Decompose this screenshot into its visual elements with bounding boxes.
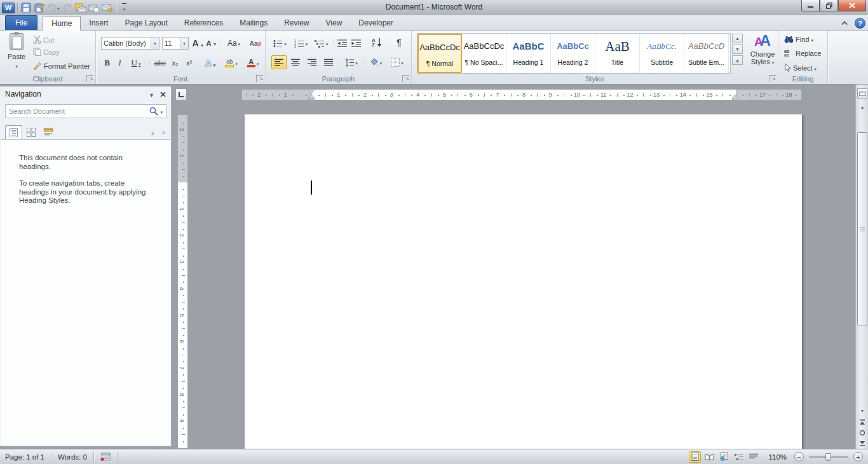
borders-dropdown-icon[interactable]	[401, 58, 403, 66]
line-spacing-dropdown-icon[interactable]	[355, 58, 358, 66]
zoom-level[interactable]: 110%	[767, 453, 788, 461]
bold-button[interactable]: B	[102, 56, 112, 70]
subscript-button[interactable]: x₂	[169, 56, 181, 70]
align-left-button[interactable]	[271, 55, 287, 69]
tab-insert[interactable]: Insert	[81, 16, 116, 30]
tab-stop-selector[interactable]	[175, 88, 187, 100]
format-painter-button[interactable]: Format Painter	[33, 62, 90, 70]
style-subtitle[interactable]: AaBbCc.Subtitle	[640, 34, 684, 73]
shading-dropdown-icon[interactable]	[380, 58, 383, 66]
view-ruler-toggle[interactable]	[857, 88, 867, 99]
tab-home[interactable]: Home	[43, 16, 81, 31]
multilevel-list-button[interactable]	[312, 36, 330, 50]
first-line-indent-marker[interactable]	[308, 90, 315, 93]
text-effects-button[interactable]: A	[201, 56, 219, 70]
font-color-button[interactable]: A	[243, 56, 262, 70]
superscript-button[interactable]: x²	[183, 56, 195, 70]
underline-button[interactable]: U	[127, 56, 145, 70]
highlight-dropdown-icon[interactable]	[235, 59, 238, 67]
minimize-button[interactable]	[801, 0, 820, 11]
line-spacing-button[interactable]	[342, 55, 360, 69]
tab-view[interactable]: View	[318, 16, 351, 30]
vertical-ruler[interactable]: 21123456789	[177, 114, 188, 449]
font-color-dropdown-icon[interactable]	[257, 59, 259, 67]
scroll-down-icon[interactable]	[857, 406, 867, 416]
browse-pages-tab[interactable]	[22, 125, 39, 139]
style-heading-1[interactable]: AaBbCHeading 1	[506, 34, 551, 73]
font-size-dropdown-icon[interactable]	[180, 38, 188, 49]
style-no-spaci[interactable]: AaBbCcDc¶ No Spaci...	[462, 34, 506, 73]
numbering-button[interactable]: 123	[292, 36, 310, 50]
full-screen-reading-view-button[interactable]	[703, 451, 715, 463]
right-indent-marker[interactable]	[732, 95, 738, 100]
close-button[interactable]	[838, 0, 866, 11]
zoom-slider-thumb[interactable]	[825, 453, 831, 461]
numbering-dropdown-icon[interactable]	[306, 39, 308, 47]
search-input[interactable]	[6, 107, 149, 115]
browse-headings-tab[interactable]	[5, 125, 22, 140]
change-styles-dropdown-icon[interactable]	[772, 58, 775, 65]
next-page-button[interactable]	[857, 437, 867, 447]
tab-file[interactable]: File	[5, 15, 37, 30]
font-name-select[interactable]: Calibri (Body)	[101, 37, 159, 50]
decrease-indent-button[interactable]	[336, 36, 348, 50]
replace-button[interactable]: abac Replace	[784, 50, 821, 57]
shading-button[interactable]	[366, 55, 385, 69]
help-icon[interactable]: ?	[855, 18, 865, 29]
select-button[interactable]: Select	[784, 64, 817, 72]
style-normal[interactable]: AaBbCcDc¶ Normal	[417, 34, 462, 73]
borders-button[interactable]	[388, 55, 407, 69]
outline-view-button[interactable]	[733, 451, 745, 463]
paste-dropdown-icon[interactable]	[4, 62, 29, 69]
navigation-close-icon[interactable]	[160, 92, 166, 97]
multilevel-dropdown-icon[interactable]	[326, 39, 329, 47]
gallery-scroll-up-icon[interactable]	[732, 34, 743, 43]
paste-button[interactable]: Paste	[4, 33, 29, 74]
browse-results-tab[interactable]	[39, 125, 57, 139]
scrollbar-thumb[interactable]	[857, 132, 867, 325]
cut-button[interactable]: Cut	[33, 36, 54, 44]
strikethrough-button[interactable]: abe	[153, 56, 168, 70]
gallery-more-icon[interactable]	[732, 55, 743, 65]
style-title[interactable]: AaBTitle	[595, 34, 640, 73]
tab-mailings[interactable]: Mailings	[231, 16, 276, 30]
copy-button[interactable]: Copy	[33, 48, 60, 56]
zoom-in-button[interactable]: +	[853, 452, 863, 461]
align-center-button[interactable]	[288, 55, 303, 69]
sort-button[interactable]: AZ	[369, 36, 385, 50]
gallery-scroll-down-icon[interactable]	[732, 44, 743, 54]
search-options-dropdown-icon[interactable]	[160, 107, 163, 115]
print-layout-view-button[interactable]	[689, 451, 701, 463]
clear-formatting-button[interactable]: Aa	[247, 36, 264, 50]
bullets-button[interactable]	[271, 36, 288, 50]
styles-dialog-launcher-icon[interactable]: ↘	[769, 75, 776, 82]
shrink-font-button[interactable]: A	[205, 36, 218, 50]
font-dialog-launcher-icon[interactable]: ↘	[256, 75, 263, 82]
page-count[interactable]: Page: 1 of 1	[4, 453, 46, 461]
grow-font-button[interactable]: A	[191, 36, 205, 50]
highlight-button[interactable]: ab	[222, 56, 241, 70]
increase-indent-button[interactable]	[350, 36, 362, 50]
next-heading-icon[interactable]	[161, 127, 166, 136]
change-case-button[interactable]: Aa	[224, 36, 243, 50]
horizontal-ruler[interactable]: 211234567891011121314151718	[241, 89, 802, 100]
style-subtle-em[interactable]: AaBbCcDSubtle Em...	[684, 34, 729, 73]
document-page[interactable]	[245, 114, 802, 449]
underline-dropdown-icon[interactable]	[139, 58, 141, 68]
find-button[interactable]: Find	[784, 36, 813, 43]
bullets-dropdown-icon[interactable]	[284, 39, 287, 47]
navigation-options-dropdown-icon[interactable]	[149, 88, 154, 100]
tab-developer[interactable]: Developer	[350, 16, 402, 30]
style-heading-2[interactable]: AaBbCcHeading 2	[551, 34, 595, 73]
previous-page-button[interactable]	[857, 418, 867, 428]
previous-heading-icon[interactable]	[150, 127, 155, 136]
clipboard-dialog-launcher-icon[interactable]: ↘	[86, 75, 93, 82]
select-dropdown-icon[interactable]	[815, 64, 817, 72]
select-browse-object-button[interactable]	[857, 428, 867, 438]
change-styles-button[interactable]: AA ChangeStyles	[748, 32, 777, 74]
tab-review[interactable]: Review	[276, 16, 317, 30]
show-hide-pilcrow-button[interactable]: ¶	[393, 36, 405, 50]
zoom-out-button[interactable]: −	[794, 452, 804, 461]
font-name-dropdown-icon[interactable]	[151, 38, 159, 49]
font-size-select[interactable]: 11	[162, 37, 189, 50]
